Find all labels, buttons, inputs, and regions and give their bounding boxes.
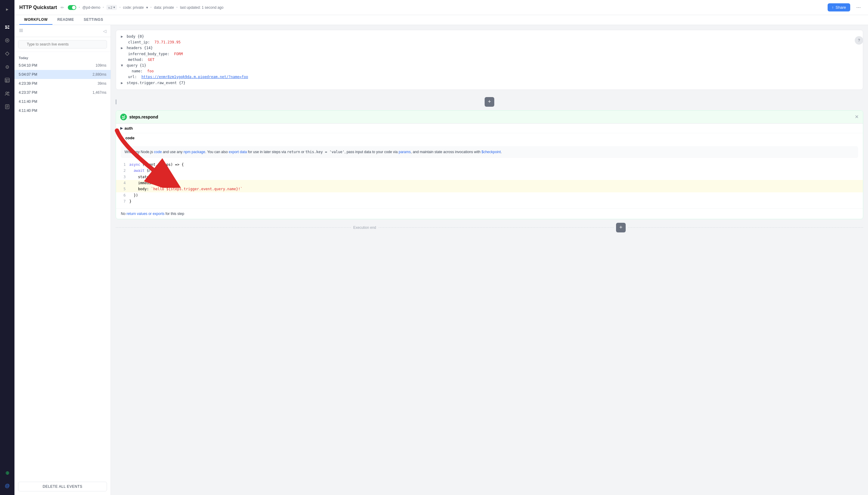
left-nav: ▸ ⚙ ⊕ @ (0, 0, 15, 495)
code-line-7: 7 } (121, 198, 858, 204)
nav-workflows-icon[interactable] (2, 22, 13, 33)
code-line-url: url: https://enmr8zm1ygqk9da.m.pipedream… (121, 74, 858, 80)
share-icon: ↑ (832, 5, 834, 10)
data-visibility: data: private (154, 5, 174, 10)
nav-notification-icon[interactable]: ⊕ (2, 467, 13, 478)
tab-workflow[interactable]: WORKFLOW (19, 15, 52, 25)
header-user: @pd-demo (82, 5, 100, 10)
close-icon[interactable]: ✕ (855, 114, 859, 120)
code-line-headers[interactable]: ▶ headers {14} (121, 45, 858, 51)
search-box: 🔍 (15, 37, 110, 52)
code-section-body: Write any Node.js code and use any npm p… (116, 142, 863, 208)
edit-icon[interactable]: ✏ (60, 5, 64, 10)
code-line-raw-event[interactable]: ▶ steps.trigger.raw_event {7} (121, 80, 858, 86)
tab-settings[interactable]: SETTINGS (79, 15, 108, 25)
list-item[interactable]: 4:23:39 PM 39ms (15, 79, 110, 88)
nav-team-icon[interactable] (2, 88, 13, 99)
checkpoint-link[interactable]: $checkpoint (482, 150, 501, 154)
code-line-query[interactable]: ▼ query {1} (121, 63, 858, 68)
code-line-client-ip: client_ip: 73.71.239.95 (121, 39, 858, 45)
expand-icon: ▶ (121, 80, 123, 86)
svg-rect-8 (5, 78, 9, 82)
code-line-5: 5 body: `hello ${steps.trigger.event.que… (116, 186, 863, 192)
code-section-header[interactable]: ▼ code (116, 133, 863, 142)
help-button[interactable]: ? (855, 36, 863, 45)
add-after-end-button[interactable]: + (616, 223, 626, 233)
version-dropdown[interactable]: v.2 ▾ (106, 5, 117, 10)
code-line-body[interactable]: ▶ body {0} (121, 34, 858, 39)
steps-title: steps.respond (120, 114, 158, 120)
execution-end-area: Execution end + (116, 223, 863, 233)
header-meta: • @pd-demo • v.2 ▾ • code: private ▾ • d… (68, 5, 824, 10)
left-panel: ◁ 🔍 Today 5:04:10 PM 109ms 5:04:07 PM 2,… (15, 25, 111, 495)
collapse-icon: ▼ (121, 63, 123, 68)
code-editor[interactable]: 1 async (event, steps) => { 2 await $res… (121, 161, 858, 205)
trigger-code-content: ▶ body {0} client_ip: 73.71.239.95 ▶ hea… (116, 30, 863, 89)
page-title: HTTP Quickstart (19, 5, 57, 10)
list-item[interactable]: 4:11:40 PM (15, 106, 110, 115)
list-item[interactable]: 5:04:10 PM 109ms (15, 61, 110, 70)
auth-section[interactable]: ▶ auth (116, 124, 863, 133)
list-item[interactable]: 4:11:40 PM (15, 97, 110, 106)
nav-expand-icon[interactable]: ▸ (2, 4, 13, 15)
svg-point-13 (8, 92, 9, 93)
events-list: Today 5:04:10 PM 109ms 5:04:07 PM 2,880m… (15, 52, 110, 478)
tabs-bar: WORKFLOW README SETTINGS (15, 15, 868, 25)
section-today-label: Today (15, 54, 110, 61)
more-button[interactable]: ··· (854, 3, 863, 12)
list-item[interactable]: 4:23:37 PM 1,467ms (15, 88, 110, 97)
code-link[interactable]: code (154, 150, 162, 154)
code-line-2: 2 await $respond({ (121, 168, 858, 174)
last-updated: last updated: 1 second ago (180, 5, 223, 10)
code-line-6: 6 }) (121, 192, 858, 198)
svg-point-12 (6, 92, 7, 94)
code-line-inferred: inferred_body_type: FORM (121, 51, 858, 57)
nav-sources-icon[interactable] (2, 48, 13, 59)
execution-end-label: Execution end (353, 225, 376, 230)
tab-readme[interactable]: README (52, 15, 79, 25)
return-link[interactable]: return values or exports (126, 211, 164, 216)
right-panel: ▶ body {0} client_ip: 73.71.239.95 ▶ hea… (111, 25, 868, 495)
nav-table-icon[interactable] (2, 75, 13, 86)
header: HTTP Quickstart ✏ • @pd-demo • v.2 ▾ • c… (15, 0, 868, 15)
workflow-toggle[interactable] (68, 5, 76, 10)
code-line-method: method: GET (121, 57, 858, 63)
no-return-notice: No return values or exports for this ste… (116, 208, 863, 219)
share-button[interactable]: ↑ Share (828, 3, 850, 12)
main-container: HTTP Quickstart ✏ • @pd-demo • v.2 ▾ • c… (15, 0, 868, 495)
svg-rect-0 (5, 25, 7, 27)
content-area: ◁ 🔍 Today 5:04:10 PM 109ms 5:04:07 PM 2,… (15, 25, 868, 495)
chevron-down-icon: ▾ (113, 5, 115, 9)
steps-card-header: steps.respond ✕ (116, 110, 863, 124)
nav-at-icon[interactable]: @ (2, 480, 13, 491)
nav-settings-icon[interactable]: ⚙ (2, 62, 13, 72)
left-panel-header: ◁ (15, 25, 110, 37)
connector-area: + (116, 93, 863, 110)
npm-package-link[interactable]: npm package (184, 150, 205, 154)
search-wrapper: 🔍 (18, 40, 107, 49)
expand-icon: ▶ (121, 34, 123, 39)
export-data-link[interactable]: export data (229, 150, 247, 154)
collapse-panel-icon[interactable]: ◁ (103, 29, 106, 33)
params-link[interactable]: params (399, 150, 411, 154)
code-line-name: name: foo (121, 68, 858, 74)
nav-docs-icon[interactable] (2, 101, 13, 112)
collapse-icon: ▼ (120, 136, 124, 140)
svg-point-6 (5, 39, 9, 42)
trigger-data-block: ▶ body {0} client_ip: 73.71.239.95 ▶ hea… (116, 30, 863, 90)
list-item[interactable]: 5:04:07 PM 2,880ms (15, 70, 110, 79)
add-step-button[interactable]: + (485, 97, 494, 107)
code-line-3: 3 status: 200, (121, 174, 858, 180)
list-icon (19, 28, 23, 34)
steps-respond-card: steps.respond ✕ ▶ auth ▼ code (116, 110, 863, 219)
nav-destinations-icon[interactable] (2, 35, 13, 46)
steps-icon (120, 114, 127, 120)
url-link[interactable]: https://enmr8zm1ygqk9da.m.pipedream.net/… (141, 74, 248, 80)
expand-icon: ▶ (120, 126, 123, 130)
delete-all-events-button[interactable]: DELETE ALL EVENTS (18, 482, 107, 491)
search-input[interactable] (18, 40, 107, 49)
code-visibility-dropdown[interactable]: ▾ (146, 5, 148, 10)
svg-rect-1 (7, 25, 9, 27)
code-description: Write any Node.js code and use any npm p… (121, 146, 858, 158)
code-line-4: 4 immediate: true, (116, 180, 863, 186)
